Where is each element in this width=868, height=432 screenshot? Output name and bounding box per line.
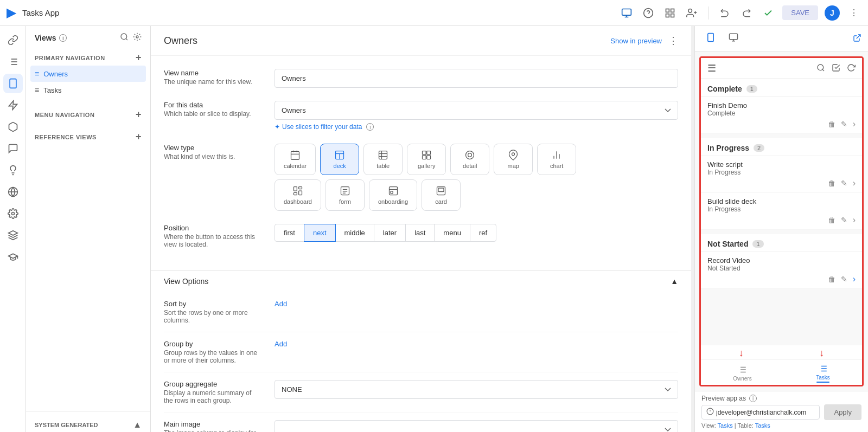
view-name-desc: The unique name for this view. <box>164 78 261 86</box>
delete-icon-3[interactable]: 🗑 <box>828 216 835 224</box>
sidebar-nav-link[interactable] <box>3 30 23 50</box>
chevron-right-icon-3[interactable]: › <box>853 215 856 225</box>
sidebar-nav-list[interactable] <box>3 52 23 72</box>
view-type-map[interactable]: map <box>494 144 533 175</box>
view-type-card[interactable]: card <box>422 179 461 211</box>
save-button[interactable]: SAVE <box>782 5 818 20</box>
view-type-form[interactable]: form <box>326 179 365 211</box>
main-image-select[interactable] <box>275 420 678 432</box>
chevron-right-icon-4[interactable]: › <box>853 274 856 284</box>
view-type-table[interactable]: table <box>363 144 403 175</box>
undo-icon[interactable] <box>717 5 732 21</box>
position-last[interactable]: last <box>405 224 435 242</box>
view-type-calendar[interactable]: calendar <box>275 144 316 175</box>
edit-icon-4[interactable]: ✎ <box>841 275 847 283</box>
chevron-right-icon[interactable]: › <box>853 119 856 129</box>
person-add-icon[interactable] <box>684 5 699 21</box>
view-options-collapse-icon[interactable]: ▲ <box>671 277 678 286</box>
sidebar-nav-bulb[interactable] <box>3 160 23 180</box>
sidebar-nav-chat[interactable] <box>3 139 23 158</box>
preview-hamburger-icon[interactable]: ☰ <box>707 62 716 74</box>
desktop-tab[interactable] <box>724 30 743 47</box>
preview-item-record-video: Record Video Not Started 🗑 ✎ › <box>701 252 862 289</box>
preview-refresh-icon[interactable] <box>847 63 856 74</box>
sidebar-nav-settings[interactable] <box>3 204 23 223</box>
view-type-detail[interactable]: detail <box>450 144 489 175</box>
check-icon[interactable] <box>761 5 776 21</box>
monitor-icon[interactable] <box>619 5 634 21</box>
position-menu[interactable]: menu <box>434 224 470 242</box>
table-value[interactable]: Tasks <box>755 422 770 429</box>
sidebar-nav-phone[interactable] <box>3 74 23 93</box>
svg-marker-17 <box>9 101 17 110</box>
sidebar-nav-bolt[interactable] <box>3 95 23 115</box>
nav-item-tasks[interactable]: ≡ Tasks <box>26 82 150 98</box>
preview-search-icon[interactable] <box>816 63 825 74</box>
preview-nav-tasks-label: Tasks <box>816 375 830 381</box>
help-icon[interactable] <box>641 5 656 21</box>
svg-rect-50 <box>299 191 302 195</box>
edit-icon-3[interactable]: ✎ <box>841 216 847 224</box>
show-in-preview-button[interactable]: Show in preview <box>610 37 662 45</box>
for-this-data-select[interactable]: Owners <box>275 101 678 120</box>
edit-icon[interactable]: ✎ <box>841 120 847 128</box>
delete-icon-4[interactable]: 🗑 <box>828 275 835 283</box>
position-first[interactable]: first <box>275 224 304 242</box>
sidebar-nav-grad[interactable] <box>3 247 23 267</box>
use-slices-link[interactable]: ✦ Use slices to filter your data i <box>275 123 678 131</box>
primary-nav-add[interactable]: + <box>136 52 142 63</box>
preview-app-info-icon[interactable]: i <box>749 395 757 402</box>
view-type-deck[interactable]: deck <box>320 144 359 175</box>
content-more-icon[interactable]: ⋮ <box>668 35 678 47</box>
user-avatar[interactable]: J <box>825 5 840 21</box>
group-add-button[interactable]: Add <box>275 340 287 348</box>
position-next[interactable]: next <box>304 224 336 242</box>
delete-icon[interactable]: 🗑 <box>828 120 835 128</box>
views-info-icon[interactable]: i <box>59 34 67 42</box>
position-label: Position <box>164 224 261 232</box>
more-options-icon[interactable]: ⋮ <box>846 5 861 21</box>
group-aggregate-select[interactable]: NONE <box>275 380 678 399</box>
view-type-onboarding[interactable]: onboarding <box>369 179 417 211</box>
slices-info-icon[interactable]: i <box>366 123 374 131</box>
nav-item-owners[interactable]: ≡ Owners <box>30 66 146 82</box>
settings-icon[interactable] <box>133 33 142 43</box>
for-this-data-row: For this data Which table or slice to di… <box>164 101 678 131</box>
mobile-tab[interactable] <box>701 30 720 47</box>
apply-button[interactable]: Apply <box>824 404 861 420</box>
search-icon[interactable] <box>120 33 129 43</box>
email-input[interactable] <box>716 409 815 416</box>
preview-nav-tasks[interactable]: Tasks <box>816 364 830 383</box>
chevron-right-icon-2[interactable]: › <box>853 178 856 188</box>
system-collapse-icon[interactable]: ▲ <box>133 420 142 430</box>
svg-line-25 <box>126 38 127 40</box>
view-type-gallery[interactable]: gallery <box>407 144 446 175</box>
view-value[interactable]: Tasks <box>718 422 733 429</box>
position-later[interactable]: later <box>374 224 406 242</box>
sort-add-button[interactable]: Add <box>275 300 287 308</box>
grid-icon[interactable] <box>662 5 678 21</box>
sidebar-nav-layers[interactable] <box>3 225 23 245</box>
preview-app-as: Preview app as i <box>701 395 757 402</box>
view-options-header[interactable]: View Options ▲ <box>151 270 691 292</box>
edit-icon-2[interactable]: ✎ <box>841 179 847 188</box>
position-ref[interactable]: ref <box>470 224 496 242</box>
sidebar-nav-box[interactable] <box>3 117 23 137</box>
redo-icon[interactable] <box>739 5 754 21</box>
svg-rect-3 <box>671 9 674 12</box>
email-input-container <box>701 405 820 420</box>
sidebar-nav-globe[interactable] <box>3 182 23 202</box>
delete-icon-2[interactable]: 🗑 <box>828 179 835 188</box>
view-type-dashboard[interactable]: dashboard <box>275 179 321 211</box>
svg-rect-34 <box>379 151 387 159</box>
preview-group-complete-title: Complete <box>707 85 742 93</box>
external-link-icon[interactable] <box>853 34 861 44</box>
preview-nav-owners[interactable]: Owners <box>733 365 751 382</box>
position-middle[interactable]: middle <box>335 224 374 242</box>
ref-views-add[interactable]: + <box>136 131 142 143</box>
view-type-chart[interactable]: chart <box>537 144 576 175</box>
view-name-input[interactable] <box>275 69 678 88</box>
preview-check-icon[interactable] <box>832 63 840 74</box>
nav-indicator <box>816 382 829 383</box>
menu-nav-add[interactable]: + <box>136 109 142 120</box>
